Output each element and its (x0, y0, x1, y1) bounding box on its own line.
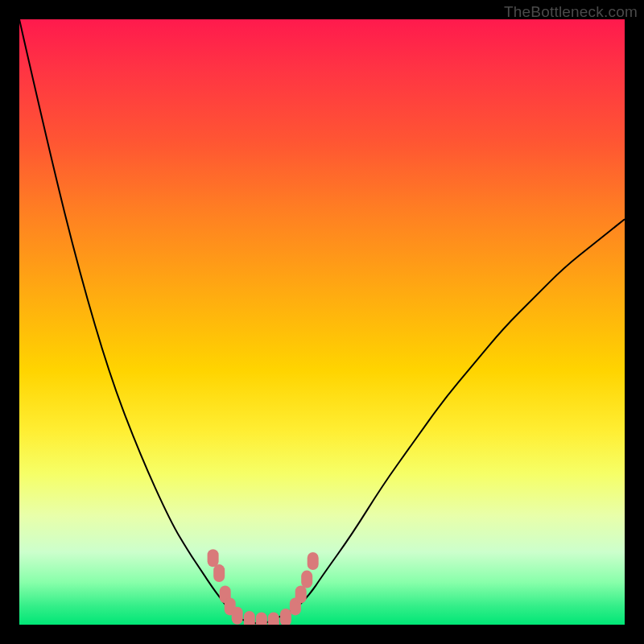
marker-point (268, 613, 279, 625)
marker-point (244, 611, 255, 625)
left-curve (19, 19, 262, 625)
marker-point (208, 549, 219, 567)
marker-point (295, 585, 307, 603)
chart-area (19, 19, 625, 625)
marker-point (301, 571, 312, 588)
marker-point (280, 609, 291, 625)
marker-point (232, 607, 243, 625)
marker-group (208, 549, 319, 625)
chart-svg (19, 19, 625, 625)
watermark-text: TheBottleneck.com (504, 3, 638, 21)
marker-point (308, 552, 319, 570)
marker-point (213, 564, 225, 582)
marker-point (256, 613, 267, 625)
